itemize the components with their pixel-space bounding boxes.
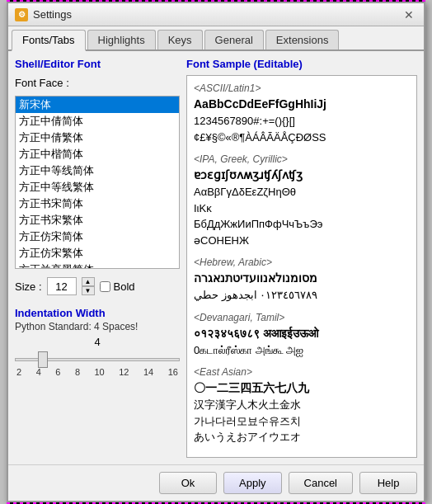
- shell-editor-font-label: Shell/Editor Font: [15, 58, 180, 70]
- slider-tick: 2: [16, 367, 21, 377]
- sample-section-header: <Devanagari, Tamil>: [194, 310, 410, 325]
- sample-section-header: <IPA, Greek, Cyrillic>: [194, 152, 410, 167]
- slider-tick: 12: [119, 367, 129, 377]
- sample-line: あいうえおアイウエオ: [194, 429, 410, 445]
- font-list-item[interactable]: 方正仿宋简体: [16, 228, 179, 245]
- tab-fonts-tabs[interactable]: Fonts/Tabs: [12, 30, 86, 51]
- slider-container: [15, 351, 180, 364]
- right-panel: Font Sample (Editable) <ASCII/Latin1>AaB…: [186, 58, 417, 458]
- close-button[interactable]: ✕: [401, 7, 417, 23]
- title-bar: ⚙ Settings ✕: [8, 3, 424, 26]
- bottom-bar: Ok Apply Cancel Help: [8, 464, 424, 501]
- font-sample[interactable]: <ASCII/Latin1>AaBbCcDdEeFfGgHhIiJj123456…: [186, 75, 417, 458]
- font-list-item[interactable]: 方正中倩繁体: [16, 130, 179, 146]
- size-label: Size :: [15, 280, 42, 293]
- font-list-item[interactable]: 方正中倩简体: [16, 113, 179, 130]
- indent-slider[interactable]: [15, 358, 180, 361]
- sample-section: <Devanagari, Tamil>०१२३४५६७८९ अआइईउऊओ0கட…: [194, 310, 410, 359]
- sample-line: 汉字漢字人木火土金水: [194, 397, 410, 413]
- cancel-button[interactable]: Cancel: [289, 472, 353, 494]
- slider-tick: 8: [75, 367, 80, 377]
- font-list-item[interactable]: 方正仿宋繁体: [16, 245, 179, 261]
- font-list-item[interactable]: 方正中楷简体: [16, 146, 179, 163]
- bold-label: Bold: [114, 280, 135, 293]
- indent-section: Indentation Width Python Standard: 4 Spa…: [15, 307, 180, 377]
- sample-line: AaBbCcDdEeFfGgHhIiJj: [194, 96, 410, 113]
- size-spin: ▲ ▼: [82, 277, 95, 295]
- slider-tick: 6: [55, 367, 60, 377]
- size-down-button[interactable]: ▼: [82, 286, 95, 295]
- sample-line: ٠١٢٣٤٥٦٧٨٩ ابجدهوز حطي: [194, 287, 410, 304]
- sample-section: <East Asian>〇一二三四五六七八九汉字漢字人木火土金水가나다러모뵤수유…: [194, 365, 410, 445]
- slider-tick: 10: [95, 367, 105, 377]
- ok-button[interactable]: Ok: [159, 472, 217, 494]
- font-list-item[interactable]: 新宋体: [16, 97, 179, 113]
- font-list-container[interactable]: 新宋体方正中倩简体方正中倩繁体方正中楷简体方正中等线简体方正中等线繁体方正书宋简…: [15, 96, 180, 269]
- left-panel: Shell/Editor Font Font Face : 新宋体方正中倩简体方…: [15, 58, 180, 458]
- apply-button[interactable]: Apply: [223, 472, 282, 494]
- font-list-item[interactable]: 方正书宋简体: [16, 195, 179, 212]
- sample-line: ΙιΚκ: [194, 200, 410, 217]
- sample-line: ɐɔɛɡɪʃʊʌʍʒɹʧʎʃʌʧʒ: [194, 167, 410, 184]
- sample-line: 〇一二三四五六七八九: [194, 379, 410, 397]
- font-list-item[interactable]: 方正中等线繁体: [16, 179, 179, 195]
- tab-keys[interactable]: Keys: [157, 30, 203, 49]
- sample-line: БбДдЖжИиПпФфЧчЪъЭэ: [194, 216, 410, 233]
- size-row: Size : ▲ ▼ Bold: [15, 277, 180, 295]
- slider-tick: 14: [143, 367, 153, 377]
- sample-line: ΑαΒβΓγΔδΕεΖζΗηΘθ: [194, 184, 410, 200]
- indent-sublabel: Python Standard: 4 Spaces!: [15, 321, 180, 332]
- window-title: Settings: [33, 8, 401, 21]
- sample-section-header: <Hebrew, Arabic>: [194, 255, 410, 270]
- font-list-item[interactable]: 方正中等线简体: [16, 163, 179, 179]
- sample-line: əCOHEHЖ: [194, 233, 410, 249]
- sample-line: 1234567890#:+=(){}[]: [194, 113, 410, 130]
- font-list: 新宋体方正中倩简体方正中倩繁体方正中楷简体方正中等线简体方正中等线繁体方正书宋简…: [16, 97, 179, 269]
- window-icon: ⚙: [15, 8, 28, 21]
- sample-section-header: <East Asian>: [194, 365, 410, 379]
- bold-check: Bold: [100, 280, 135, 293]
- help-button[interactable]: Help: [359, 472, 417, 494]
- sample-section: <Hebrew, Arabic>מסומנולאנוועדיטתנאגרה٠١٢…: [194, 255, 410, 304]
- slider-tick: 4: [36, 367, 41, 377]
- sample-line: 0கடால்ரீஸ்கா அங்கூ அஐ: [194, 342, 410, 359]
- sample-line: ०१२३४५६७८९ अआइईउऊओ: [194, 325, 410, 342]
- tab-general[interactable]: General: [204, 30, 264, 49]
- main-content: Shell/Editor Font Font Face : 新宋体方正中倩简体方…: [8, 51, 424, 464]
- sample-section-header: <ASCII/Latin1>: [194, 81, 410, 96]
- sample-line: ¢£¥§©«®¶ÀÁÂÃÄÅÇÐØSS: [194, 130, 410, 146]
- indent-section-label: Indentation Width: [15, 307, 180, 319]
- font-list-item[interactable]: 方正兰亭黑简体: [16, 261, 179, 269]
- bold-checkbox[interactable]: [100, 281, 110, 292]
- slider-ticks: 246810121416: [15, 367, 180, 377]
- sample-label: Font Sample (Editable): [186, 58, 417, 70]
- tab-extensions[interactable]: Extensions: [265, 30, 340, 49]
- sample-line: מסומנולאנוועדיטתנאגרה: [194, 270, 410, 287]
- tab-highlights[interactable]: Highlights: [87, 30, 156, 49]
- size-up-button[interactable]: ▲: [82, 277, 95, 286]
- sample-line: 가나다러모뵤수유즈치: [194, 413, 410, 430]
- sample-section: <IPA, Greek, Cyrillic>ɐɔɛɡɪʃʊʌʍʒɹʧʎʃʌʧʒΑ…: [194, 152, 410, 248]
- indent-value: 4: [15, 336, 180, 348]
- slider-tick: 16: [168, 367, 178, 377]
- tabs-bar: Fonts/Tabs Highlights Keys General Exten…: [8, 26, 424, 51]
- font-list-item[interactable]: 方正书宋繁体: [16, 212, 179, 228]
- size-input[interactable]: [47, 277, 77, 295]
- sample-section: <ASCII/Latin1>AaBbCcDdEeFfGgHhIiJj123456…: [194, 81, 410, 145]
- font-face-label: Font Face :: [15, 77, 180, 89]
